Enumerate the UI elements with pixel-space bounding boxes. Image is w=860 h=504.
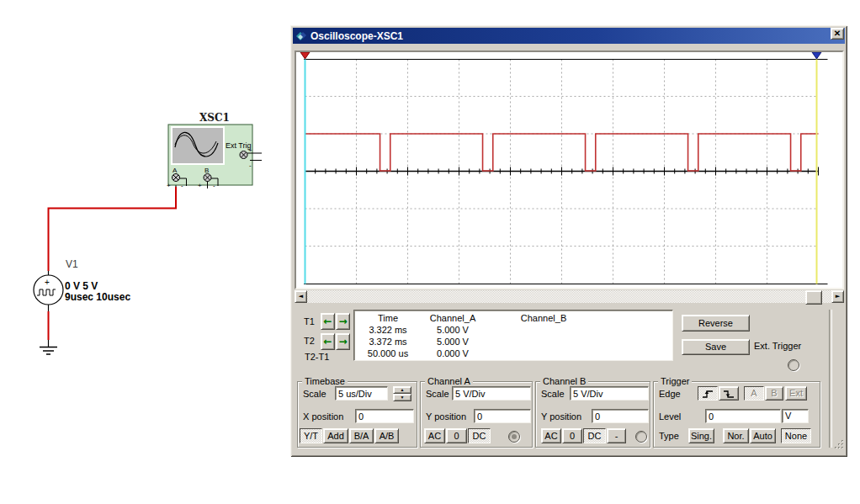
b-minus: - xyxy=(213,182,215,189)
channel-b-minus-button[interactable]: - xyxy=(607,428,626,443)
left-arrow-icon: ← xyxy=(323,337,332,346)
col-channel-a: Channel_A xyxy=(422,312,484,324)
mode-yt-button[interactable]: Y/T xyxy=(300,428,322,443)
channel-a-scale-input[interactable] xyxy=(452,386,531,401)
channel-b-scale-label: Scale xyxy=(541,389,565,399)
channel-b-dc-button[interactable]: DC xyxy=(583,428,606,443)
trigger-group: Trigger Edge A B Ext Level V Type Sing. … xyxy=(653,381,820,448)
scroll-thumb[interactable] xyxy=(805,290,822,305)
t2-cursor-marker[interactable] xyxy=(812,52,821,59)
t2-readout-row: 3.372 ms 5.000 V xyxy=(354,336,672,347)
trigger-type-none-button[interactable]: None xyxy=(781,428,811,443)
readout-header-row: Time Channel_A Channel_B xyxy=(354,312,672,324)
ground-symbol[interactable] xyxy=(40,340,57,354)
col-time: Time xyxy=(354,312,422,324)
channel-a-connected-dot xyxy=(512,434,517,439)
t1-time: 3.322 ms xyxy=(354,324,422,336)
t1-right-button[interactable]: → xyxy=(336,313,350,330)
horizontal-scrollbar[interactable]: ◄ ► xyxy=(295,290,844,303)
channel-b-scale-input[interactable] xyxy=(570,386,649,401)
t1-left-button[interactable]: ← xyxy=(321,313,335,330)
rising-edge-icon xyxy=(701,389,714,399)
falling-edge-icon xyxy=(722,389,735,399)
ext-trigger-connector[interactable] xyxy=(788,359,799,371)
cursor-readout-table: Time Channel_A Channel_B 3.322 ms 5.000 … xyxy=(353,310,673,361)
a-minus: - xyxy=(181,182,183,189)
t2-cha: 5.000 V xyxy=(422,336,484,347)
channel-b-group: Channel B Scale Y position AC 0 DC - xyxy=(535,381,650,448)
timebase-scale-down-button[interactable]: ▼ xyxy=(393,394,411,401)
channel-a-ypos-label: Y position xyxy=(426,411,466,422)
reverse-button[interactable]: Reverse xyxy=(682,315,750,332)
trigger-type-auto-button[interactable]: Auto xyxy=(750,428,776,443)
v1-plus-sign: + xyxy=(45,278,50,287)
mode-ab-button[interactable]: A/B xyxy=(374,428,399,443)
v1-value-line2[interactable]: 9usec 10usec xyxy=(65,291,130,303)
trigger-type-nor-button[interactable]: Nor. xyxy=(723,428,749,443)
trigger-source-a-button[interactable]: A xyxy=(744,386,764,401)
dt-chb xyxy=(484,347,603,359)
col-channel-b: Channel_B xyxy=(484,312,603,324)
channel-b-zero-button[interactable]: 0 xyxy=(562,428,582,443)
a-plus: + xyxy=(167,182,171,189)
title-bar[interactable]: Oscilloscope-XSC1 xyxy=(293,28,845,44)
timebase-scale-input[interactable] xyxy=(335,386,388,401)
v1-refdes[interactable]: V1 xyxy=(66,258,78,270)
trigger-edge-rising-button[interactable] xyxy=(698,386,718,401)
t1-chb xyxy=(484,324,603,336)
t1-readout-row: 3.322 ms 5.000 V xyxy=(354,324,672,336)
mode-ba-button[interactable]: B/A xyxy=(349,428,374,443)
dt-time: 50.000 us xyxy=(354,347,422,359)
window-title: Oscilloscope-XSC1 xyxy=(311,30,403,42)
oscilloscope-window: Oscilloscope-XSC1 ✕ ◄ ► T1 ← → T2 ← → T2… xyxy=(290,25,847,457)
channel-a-title: Channel A xyxy=(425,376,473,386)
scroll-left-button[interactable]: ◄ xyxy=(295,290,307,303)
pulse-glyph xyxy=(37,289,56,295)
t2-left-button[interactable]: ← xyxy=(321,333,335,350)
t2-t1-label: T2-T1 xyxy=(305,352,329,362)
channel-a-connector[interactable] xyxy=(508,431,520,443)
right-arrow-icon: → xyxy=(338,317,347,326)
x-position-input[interactable] xyxy=(355,409,414,423)
oscilloscope-symbol[interactable]: A B + - + - + - Ext Trig xyxy=(167,125,262,189)
trigger-type-sing-button[interactable]: Sing. xyxy=(688,428,714,443)
channel-b-connector[interactable] xyxy=(635,431,647,443)
v1-source-symbol[interactable]: + xyxy=(34,271,63,311)
dt-cha: 0.000 V xyxy=(422,347,484,359)
app-icon xyxy=(295,30,307,42)
t2-right-button[interactable]: → xyxy=(336,333,350,350)
channel-b-ypos-input[interactable] xyxy=(592,409,649,423)
x-position-label: X position xyxy=(303,411,343,422)
t2-time: 3.372 ms xyxy=(354,336,422,347)
t1-cha: 5.000 V xyxy=(422,324,484,336)
channel-a-scale-label: Scale xyxy=(426,389,449,399)
trigger-source-ext-button[interactable]: Ext xyxy=(785,386,807,401)
t1-label: T1 xyxy=(304,316,315,326)
trigger-source-b-button[interactable]: B xyxy=(765,386,783,401)
channel-a-dc-button[interactable]: DC xyxy=(468,428,491,443)
xsc1-refdes[interactable]: XSC1 xyxy=(199,112,230,124)
channel-a-ac-button[interactable]: AC xyxy=(424,428,445,443)
channel-a-zero-button[interactable]: 0 xyxy=(446,428,467,443)
t1-cursor-marker[interactable] xyxy=(300,52,310,59)
trigger-edge-label: Edge xyxy=(659,389,681,399)
terminal-a-label: A xyxy=(173,167,178,174)
scroll-right-button[interactable]: ► xyxy=(831,290,844,303)
resize-grip[interactable] xyxy=(834,439,845,450)
ext-trigger-label: Ext. Trigger xyxy=(754,341,801,351)
t2-label: T2 xyxy=(304,336,315,346)
channel-b-ac-button[interactable]: AC xyxy=(541,428,561,443)
close-button[interactable]: ✕ xyxy=(831,28,844,40)
trigger-level-input[interactable] xyxy=(705,409,781,423)
trigger-edge-falling-button[interactable] xyxy=(719,386,739,401)
channel-a-ypos-input[interactable] xyxy=(474,409,531,423)
channel-a-group: Channel A Scale Y position AC 0 DC xyxy=(420,381,533,448)
v1-value-line1[interactable]: 0 V 5 V xyxy=(65,280,98,292)
panel-separator xyxy=(829,310,832,448)
trigger-level-unit-box[interactable]: V xyxy=(782,409,809,423)
ext-minus: - xyxy=(249,162,252,169)
save-button[interactable]: Save xyxy=(682,339,750,355)
timebase-group: Timebase Scale ▲ ▼ X position Y/T Add B/… xyxy=(297,381,417,448)
t2-chb xyxy=(484,336,603,347)
mode-add-button[interactable]: Add xyxy=(323,428,348,443)
